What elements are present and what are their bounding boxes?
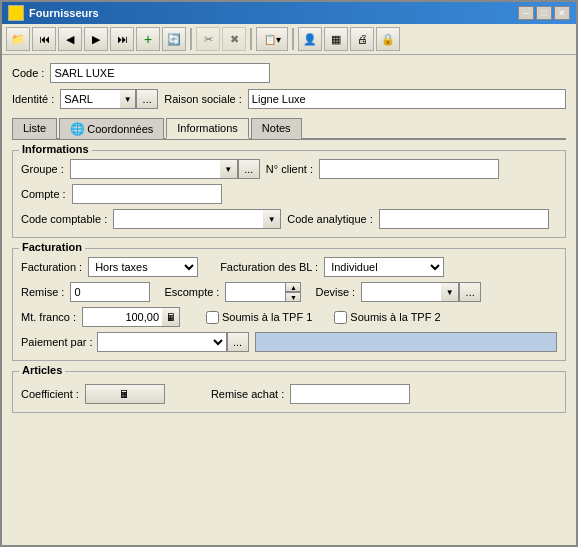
tpf1-checkbox[interactable] [206,311,219,324]
franco-row: Mt. franco : 🖩 Soumis à la TPF 1 Soumis … [21,307,557,327]
devise-input[interactable] [361,282,441,302]
articles-row: Coefficient : 🖩 Remise achat : [21,384,557,404]
tpf2-checkbox[interactable] [334,311,347,324]
tpf1-checkbox-group: Soumis à la TPF 1 [206,311,312,324]
facturation-label: Facturation : [21,261,82,273]
tab-liste[interactable]: Liste [12,118,57,139]
main-window: Fournisseurs ─ □ ✕ 📁 ⏮ ◀ ▶ ⏭ + 🔄 ✂ ✖ 📋▾ … [0,0,578,547]
cut-button[interactable]: ✂ [196,27,220,51]
informations-section: Informations Groupe : ▼ ... N° client : … [12,150,566,238]
identite-dropdown-arrow[interactable]: ▼ [120,89,136,109]
articles-section-title: Articles [19,364,65,376]
facturation-select[interactable]: Hors taxes TTC [88,257,198,277]
printer-button[interactable]: 🖨 [350,27,374,51]
code-input[interactable] [50,63,270,83]
facturation-bl-label: Facturation des BL : [220,261,318,273]
code-comptable-dropdown-button[interactable]: ▼ [263,209,281,229]
devise-ellipsis-button[interactable]: ... [459,282,481,302]
delete-button[interactable]: ✖ [222,27,246,51]
separator-3 [292,28,294,50]
raison-input[interactable] [248,89,566,109]
code-comptable-input[interactable] [113,209,263,229]
tab-bar: Liste 🌐 Coordonnées Informations Notes [12,117,566,140]
n-client-label: N° client : [266,163,313,175]
mt-franco-label: Mt. franco : [21,311,76,323]
compte-input[interactable] [72,184,222,204]
groupe-dropdown-button[interactable]: ▼ [220,159,238,179]
escompte-input[interactable] [225,282,285,302]
app-icon [8,5,24,21]
code-label: Code : [12,67,44,79]
print-dropdown-button[interactable]: 📋▾ [256,27,288,51]
remise-achat-label: Remise achat : [211,388,284,400]
compte-label: Compte : [21,188,66,200]
refresh-button[interactable]: 🔄 [162,27,186,51]
add-button[interactable]: + [136,27,160,51]
play-button[interactable]: ▶ [84,27,108,51]
groupe-row: Groupe : ▼ ... N° client : [21,159,557,179]
escompte-down-button[interactable]: ▼ [285,292,301,302]
code-comptable-field: ▼ [113,209,281,229]
next-button[interactable]: ⏭ [110,27,134,51]
code-analytique-input[interactable] [379,209,549,229]
paiement-info-display [255,332,557,352]
prev-button[interactable]: ◀ [58,27,82,51]
paiement-field: ... [97,332,249,352]
facturation-section: Facturation Facturation : Hors taxes TTC… [12,248,566,361]
close-button[interactable]: ✕ [554,6,570,20]
identite-dropdown: ▼ ... [60,89,158,109]
facturation-bl-select[interactable]: Individuel Regroupé [324,257,444,277]
folder-button[interactable]: 📁 [6,27,30,51]
facturation-row: Facturation : Hors taxes TTC Facturation… [21,257,557,277]
remise-achat-input[interactable] [290,384,410,404]
toolbar: 📁 ⏮ ◀ ▶ ⏭ + 🔄 ✂ ✖ 📋▾ 👤 ▦ 🖨 🔒 [2,24,576,55]
maximize-button[interactable]: □ [536,6,552,20]
franco-field: 🖩 [82,307,180,327]
paiement-ellipsis-button[interactable]: ... [227,332,249,352]
tpf2-label: Soumis à la TPF 2 [350,311,440,323]
coefficient-label: Coefficient : [21,388,79,400]
identite-row: Identité : ▼ ... Raison sociale : [12,89,566,109]
mt-franco-input[interactable] [82,307,162,327]
calc-icon: 🖩 [119,388,130,400]
first-button[interactable]: ⏮ [32,27,56,51]
identite-label: Identité : [12,93,54,105]
devise-field: ▼ ... [361,282,481,302]
groupe-ellipsis-button[interactable]: ... [238,159,260,179]
n-client-input[interactable] [319,159,499,179]
separator-2 [250,28,252,50]
separator-1 [190,28,192,50]
compte-row: Compte : [21,184,557,204]
devise-dropdown-button[interactable]: ▼ [441,282,459,302]
franco-calc-button[interactable]: 🖩 [162,307,180,327]
escompte-spinner: ▲ ▼ [285,282,301,302]
code-row: Code : [12,63,566,83]
user-button[interactable]: 👤 [298,27,322,51]
devise-label: Devise : [315,286,355,298]
groupe-input[interactable] [70,159,220,179]
groupe-field: ▼ ... [70,159,260,179]
tab-informations[interactable]: Informations [166,118,249,139]
remise-input[interactable] [70,282,150,302]
remise-row: Remise : Escompte : ▲ ▼ Devise : ▼ [21,282,557,302]
tab-coordonnees[interactable]: 🌐 Coordonnées [59,118,164,139]
window-title: Fournisseurs [29,7,99,19]
identite-ellipsis-button[interactable]: ... [136,89,158,109]
lock-button[interactable]: 🔒 [376,27,400,51]
tpf1-label: Soumis à la TPF 1 [222,311,312,323]
grid-button[interactable]: ▦ [324,27,348,51]
coefficient-calc-button[interactable]: 🖩 [85,384,165,404]
identite-input[interactable] [60,89,120,109]
paiement-row: Paiement par : ... [21,332,557,352]
minimize-button[interactable]: ─ [518,6,534,20]
code-comptable-row: Code comptable : ▼ Code analytique : [21,209,557,229]
informations-section-title: Informations [19,143,92,155]
code-comptable-label: Code comptable : [21,213,107,225]
remise-label: Remise : [21,286,64,298]
paiement-label: Paiement par : [21,336,93,348]
tpf2-checkbox-group: Soumis à la TPF 2 [334,311,440,324]
escompte-field: ▲ ▼ [225,282,301,302]
tab-notes[interactable]: Notes [251,118,302,139]
escompte-up-button[interactable]: ▲ [285,282,301,292]
paiement-select[interactable] [97,332,227,352]
